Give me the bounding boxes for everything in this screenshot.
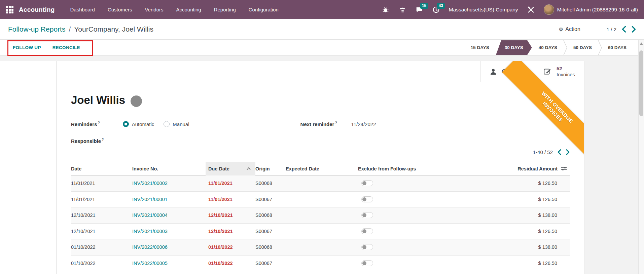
exclude-toggle[interactable] bbox=[361, 212, 373, 218]
exclude-toggle[interactable] bbox=[361, 260, 373, 266]
vertical-scrollbar[interactable] bbox=[638, 40, 644, 274]
top-menu: Dashboard Customers Vendors Accounting R… bbox=[70, 7, 279, 12]
invoice-link[interactable]: INV/2021/00004 bbox=[132, 212, 168, 218]
user-avatar bbox=[544, 4, 554, 15]
invoice-link[interactable]: INV/2022/00006 bbox=[132, 244, 168, 250]
gear-icon: ⚙ bbox=[559, 26, 563, 33]
radio-unselected-icon bbox=[164, 121, 170, 127]
menu-accounting[interactable]: Accounting bbox=[176, 7, 201, 12]
messages-icon[interactable]: 15 bbox=[415, 6, 423, 14]
help-icon: ? bbox=[102, 138, 104, 142]
lines-pager-previous-icon[interactable] bbox=[558, 149, 561, 155]
cell-amount: $ 126.50 bbox=[469, 181, 570, 186]
activities-badge: 43 bbox=[437, 3, 445, 9]
invoice-lines-table: Date Invoice No. Due Date Origin Expecte… bbox=[71, 162, 570, 271]
menu-customers[interactable]: Customers bbox=[108, 7, 132, 12]
table-row[interactable]: 12/10/2021 INV/2021/00003 12/10/2021 S00… bbox=[71, 224, 570, 240]
header-due-date-sorted[interactable]: Due Date bbox=[206, 162, 255, 175]
edit-invoice-icon bbox=[543, 67, 552, 76]
cell-due-date: 11/01/2021 bbox=[208, 197, 255, 202]
scrollbar-thumb[interactable] bbox=[639, 50, 643, 116]
exclude-toggle[interactable] bbox=[361, 228, 373, 234]
app-name[interactable]: Accounting bbox=[19, 6, 55, 13]
cell-origin: S00067 bbox=[255, 261, 286, 266]
pager-next-icon[interactable] bbox=[632, 26, 636, 33]
header-expected-date[interactable]: Expected Date bbox=[286, 166, 358, 171]
record-pager-count: 1 / 2 bbox=[607, 27, 616, 32]
cell-due-date: 12/10/2021 bbox=[208, 212, 255, 218]
menu-dashboard[interactable]: Dashboard bbox=[70, 7, 95, 12]
activities-clock-icon[interactable]: 43 bbox=[432, 6, 440, 14]
invoices-label: Invoices bbox=[557, 72, 575, 77]
tab-60-days[interactable]: 60 DAYS bbox=[602, 45, 633, 50]
sort-asc-icon bbox=[247, 167, 251, 170]
cell-origin: S00068 bbox=[255, 212, 286, 218]
tab-15-days[interactable]: 15 DAYS bbox=[465, 45, 495, 50]
help-icon: ? bbox=[98, 121, 100, 125]
apps-grid-icon[interactable] bbox=[6, 6, 13, 13]
top-navbar: Accounting Dashboard Customers Vendors A… bbox=[0, 0, 644, 19]
menu-configuration[interactable]: Configuration bbox=[249, 7, 279, 12]
header-origin[interactable]: Origin bbox=[255, 166, 286, 171]
exclude-toggle[interactable] bbox=[361, 196, 373, 202]
next-reminder-value[interactable]: 11/24/2022 bbox=[351, 121, 376, 127]
header-exclude[interactable]: Exclude from Follow-ups bbox=[358, 166, 469, 171]
exclude-toggle[interactable] bbox=[361, 244, 373, 250]
pager-previous-icon[interactable] bbox=[622, 26, 626, 33]
table-row[interactable]: 12/10/2021 INV/2021/00004 12/10/2021 S00… bbox=[71, 207, 570, 224]
content-background bbox=[0, 56, 644, 61]
cell-amount: $ 126.50 bbox=[469, 229, 570, 234]
menu-reporting[interactable]: Reporting bbox=[214, 7, 236, 12]
bug-icon[interactable] bbox=[382, 6, 390, 14]
cell-date: 11/01/2021 bbox=[71, 181, 132, 186]
radio-automatic[interactable]: Automatic bbox=[123, 121, 154, 127]
tab-50-days[interactable]: 50 DAYS bbox=[567, 45, 598, 50]
cell-amount: $ 138.00 bbox=[469, 212, 570, 218]
invoice-link[interactable]: INV/2021/00002 bbox=[132, 181, 168, 186]
cell-due-date: 01/10/2022 bbox=[208, 261, 255, 266]
cell-date: 12/10/2021 bbox=[71, 212, 132, 218]
lines-pager-next-icon[interactable] bbox=[566, 149, 570, 155]
company-switcher[interactable]: Massachusetts(US) Company bbox=[449, 7, 518, 13]
invoice-link[interactable]: INV/2021/00001 bbox=[132, 197, 168, 202]
voip-phone-icon[interactable] bbox=[398, 6, 406, 14]
breadcrumb-current: YourCompany, Joel Willis bbox=[74, 25, 153, 33]
table-row[interactable]: 11/01/2021 INV/2021/00002 11/01/2021 S00… bbox=[71, 175, 570, 192]
menu-vendors[interactable]: Vendors bbox=[145, 7, 163, 12]
person-icon bbox=[489, 68, 497, 76]
control-panel: Follow-up Reports / YourCompany, Joel Wi… bbox=[0, 19, 644, 40]
followup-level-tabs: 15 DAYS 30 DAYS 40 DAYS 50 DAYS 60 DAYS bbox=[465, 40, 644, 56]
column-options-icon[interactable] bbox=[561, 166, 567, 171]
next-reminder-label: Next reminder? bbox=[300, 121, 337, 127]
table-row[interactable]: 11/01/2021 INV/2021/00001 11/01/2021 S00… bbox=[71, 192, 570, 208]
exclude-toggle[interactable] bbox=[361, 180, 373, 186]
radio-manual[interactable]: Manual bbox=[164, 121, 189, 127]
breadcrumb-parent[interactable]: Follow-up Reports bbox=[8, 25, 65, 33]
reminders-label: Reminders? bbox=[71, 121, 100, 127]
tab-40-days[interactable]: 40 DAYS bbox=[533, 45, 563, 50]
lines-pager-count: 1-40 / 52 bbox=[533, 149, 553, 155]
cell-origin: S00068 bbox=[255, 244, 286, 250]
radio-selected-icon bbox=[123, 121, 129, 127]
invoice-link[interactable]: INV/2022/00005 bbox=[132, 261, 168, 266]
main-content: Customer 52 Invoices WITH OVERDUE INVOIC… bbox=[0, 56, 644, 274]
table-row[interactable]: 01/10/2022 INV/2022/00005 01/10/2022 S00… bbox=[71, 256, 570, 272]
partner-status-dot[interactable] bbox=[131, 95, 142, 107]
header-date[interactable]: Date bbox=[71, 166, 132, 171]
header-residual-amount[interactable]: Residual Amount bbox=[469, 166, 570, 171]
table-header-row: Date Invoice No. Due Date Origin Expecte… bbox=[71, 162, 570, 175]
user-menu[interactable]: Mitchell Admin (20888299-16-0-all) bbox=[544, 4, 638, 15]
follow-up-button[interactable]: FOLLOW UP bbox=[13, 45, 41, 50]
scrollbar-up-arrow-icon[interactable] bbox=[640, 42, 643, 45]
content-background-right bbox=[584, 56, 644, 274]
tools-icon[interactable] bbox=[527, 6, 535, 14]
reconcile-button[interactable]: RECONCILE bbox=[52, 45, 80, 50]
action-menu-button[interactable]: ⚙ Action bbox=[559, 26, 580, 33]
invoice-link[interactable]: INV/2021/00003 bbox=[132, 229, 168, 234]
tab-30-days-selected[interactable]: 30 DAYS bbox=[496, 40, 532, 55]
header-invoice[interactable]: Invoice No. bbox=[132, 166, 208, 171]
status-bar: FOLLOW UP RECONCILE 15 DAYS 30 DAYS 40 D… bbox=[0, 40, 644, 56]
table-row[interactable]: 01/10/2022 INV/2022/00006 01/10/2022 S00… bbox=[71, 239, 570, 256]
cell-date: 12/10/2021 bbox=[71, 229, 132, 234]
invoices-stat-button[interactable]: 52 Invoices bbox=[534, 61, 584, 82]
